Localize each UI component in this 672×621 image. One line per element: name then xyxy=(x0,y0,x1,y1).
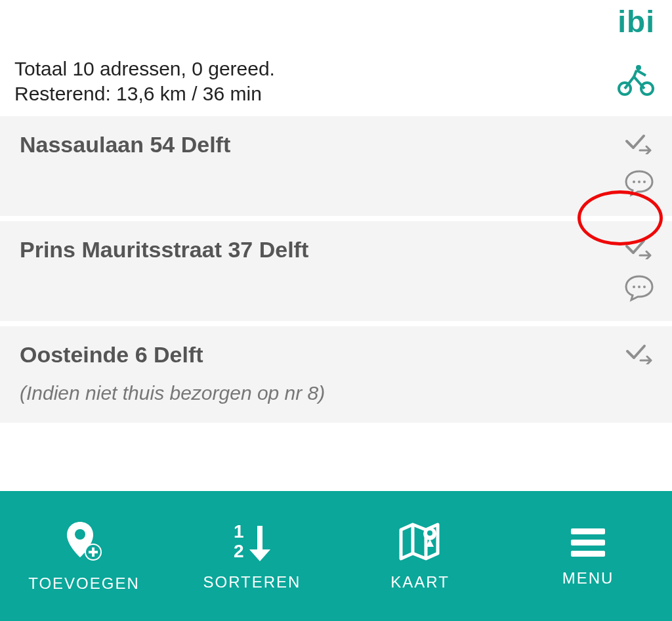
address-note: (Indien niet thuis bezorgen op nr 8) xyxy=(20,382,625,404)
svg-point-2 xyxy=(636,65,641,70)
svg-point-3 xyxy=(633,181,635,183)
nav-menu-label: MENU xyxy=(562,569,614,588)
svg-text:1: 1 xyxy=(234,521,244,542)
svg-point-7 xyxy=(638,286,640,288)
summary-line2: Resterend: 13,6 km / 36 min xyxy=(14,81,275,106)
address-title: Prins Mauritsstraat 37 Delft xyxy=(20,237,623,263)
logo-row: ibi xyxy=(0,0,672,37)
sort-icon: 1 2 xyxy=(227,521,277,564)
speech-bubble-icon[interactable] xyxy=(623,274,655,303)
list-item[interactable]: Prins Mauritsstraat 37 Delft xyxy=(0,221,672,321)
check-arrow-icon[interactable] xyxy=(625,343,655,364)
summary-text: Totaal 10 adressen, 0 gereed. Resterend:… xyxy=(14,56,275,106)
svg-rect-13 xyxy=(89,551,98,553)
check-arrow-icon[interactable] xyxy=(624,238,654,259)
svg-point-4 xyxy=(638,181,640,183)
svg-point-6 xyxy=(633,286,635,288)
list-item[interactable]: Nassaulaan 54 Delft xyxy=(0,116,672,216)
summary-row: Totaal 10 adressen, 0 gereed. Resterend:… xyxy=(0,37,672,112)
address-list: Nassaulaan 54 Delft Prins Mauritsstra xyxy=(0,116,672,423)
nav-add-label: TOEVOEGEN xyxy=(28,574,140,593)
nav-sort-label: SORTEREN xyxy=(203,573,301,591)
list-item[interactable]: Oosteinde 6 Delft (Indien niet thuis bez… xyxy=(0,326,672,423)
vehicle-bike-icon[interactable] xyxy=(617,64,655,99)
nav-menu-button[interactable]: MENU xyxy=(504,491,672,621)
svg-rect-21 xyxy=(571,540,605,546)
svg-rect-20 xyxy=(571,528,605,534)
nav-add-button[interactable]: TOEVOEGEN xyxy=(0,491,168,621)
nav-map-label: KAART xyxy=(390,573,450,591)
svg-point-9 xyxy=(75,529,85,540)
hamburger-icon xyxy=(568,525,608,560)
check-arrow-icon[interactable] xyxy=(624,133,654,154)
svg-point-8 xyxy=(643,286,646,288)
address-title: Oosteinde 6 Delft xyxy=(20,342,625,368)
svg-marker-17 xyxy=(249,549,270,561)
nav-sort-button[interactable]: 1 2 SORTEREN xyxy=(168,491,336,621)
address-title: Nassaulaan 54 Delft xyxy=(20,132,623,158)
svg-rect-16 xyxy=(257,526,262,552)
pin-add-icon xyxy=(63,519,105,565)
nav-map-button[interactable]: KAART xyxy=(336,491,504,621)
svg-text:2: 2 xyxy=(234,541,244,561)
map-icon xyxy=(397,521,443,564)
speech-bubble-icon[interactable] xyxy=(623,169,655,198)
summary-line1: Totaal 10 adressen, 0 gereed. xyxy=(14,56,275,81)
svg-point-19 xyxy=(427,530,432,536)
bottom-nav: TOEVOEGEN 1 2 SORTEREN KAART xyxy=(0,491,672,621)
svg-rect-22 xyxy=(571,551,605,557)
svg-point-5 xyxy=(643,181,646,183)
brand-logo: ibi xyxy=(618,7,655,37)
